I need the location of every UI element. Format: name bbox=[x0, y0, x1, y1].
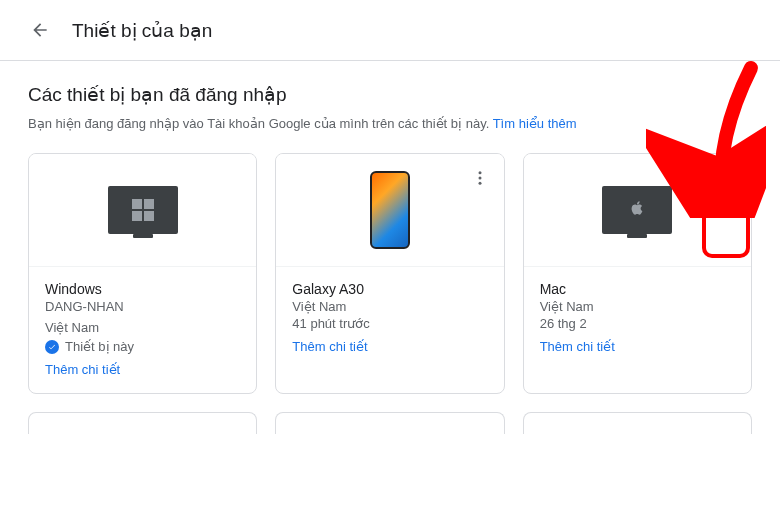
details-link[interactable]: Thêm chi tiết bbox=[292, 339, 487, 354]
windows-logo-icon bbox=[132, 199, 154, 221]
device-cards-row-partial bbox=[28, 412, 752, 434]
device-card-partial[interactable] bbox=[523, 412, 752, 434]
device-card-body: Galaxy A30 Việt Nam 41 phút trước Thêm c… bbox=[276, 266, 503, 370]
more-vert-icon bbox=[471, 169, 489, 187]
device-card-body: Windows DANG-NHAN Việt Nam Thiết bị này … bbox=[29, 266, 256, 393]
details-link[interactable]: Thêm chi tiết bbox=[45, 362, 240, 377]
mac-monitor-icon bbox=[602, 186, 672, 234]
svg-point-3 bbox=[725, 171, 728, 174]
device-time: 41 phút trước bbox=[292, 316, 487, 331]
svg-point-0 bbox=[478, 171, 481, 174]
learn-more-link[interactable]: Tìm hiểu thêm bbox=[493, 116, 577, 131]
windows-monitor-icon bbox=[108, 186, 178, 234]
this-device-badge: Thiết bị này bbox=[45, 339, 240, 354]
device-menu-button[interactable] bbox=[711, 162, 743, 194]
device-name: Galaxy A30 bbox=[292, 281, 487, 297]
more-vert-icon bbox=[718, 169, 736, 187]
phone-icon bbox=[370, 171, 410, 249]
device-card-windows[interactable]: Windows DANG-NHAN Việt Nam Thiết bị này … bbox=[28, 153, 257, 394]
device-name: Mac bbox=[540, 281, 735, 297]
device-card-galaxy[interactable]: Galaxy A30 Việt Nam 41 phút trước Thêm c… bbox=[275, 153, 504, 394]
device-location: Việt Nam bbox=[45, 320, 240, 335]
page-title: Thiết bị của bạn bbox=[72, 19, 212, 42]
arrow-left-icon bbox=[30, 20, 50, 40]
device-image-area bbox=[29, 154, 256, 266]
svg-point-1 bbox=[478, 177, 481, 180]
device-card-partial[interactable] bbox=[275, 412, 504, 434]
check-icon bbox=[45, 340, 59, 354]
device-time: 26 thg 2 bbox=[540, 316, 735, 331]
details-link[interactable]: Thêm chi tiết bbox=[540, 339, 735, 354]
device-card-mac[interactable]: Mac Việt Nam 26 thg 2 Thêm chi tiết bbox=[523, 153, 752, 394]
device-location: Việt Nam bbox=[540, 299, 735, 314]
svg-point-2 bbox=[478, 182, 481, 185]
device-location: Việt Nam bbox=[292, 299, 487, 314]
device-cards-row: Windows DANG-NHAN Việt Nam Thiết bị này … bbox=[28, 153, 752, 394]
device-image-area bbox=[276, 154, 503, 266]
apple-logo-icon bbox=[629, 199, 645, 222]
device-name: Windows bbox=[45, 281, 240, 297]
svg-point-5 bbox=[725, 182, 728, 185]
device-menu-button[interactable] bbox=[464, 162, 496, 194]
svg-point-4 bbox=[725, 177, 728, 180]
section-description: Bạn hiện đang đăng nhập vào Tài khoản Go… bbox=[28, 116, 752, 131]
page-header: Thiết bị của bạn bbox=[0, 0, 780, 61]
device-card-body: Mac Việt Nam 26 thg 2 Thêm chi tiết bbox=[524, 266, 751, 370]
device-image-area bbox=[524, 154, 751, 266]
back-button[interactable] bbox=[28, 18, 52, 42]
device-card-partial[interactable] bbox=[28, 412, 257, 434]
section-title: Các thiết bị bạn đã đăng nhập bbox=[28, 83, 752, 106]
content-area: Các thiết bị bạn đã đăng nhập Bạn hiện đ… bbox=[0, 61, 780, 474]
device-subtitle: DANG-NHAN bbox=[45, 299, 240, 314]
